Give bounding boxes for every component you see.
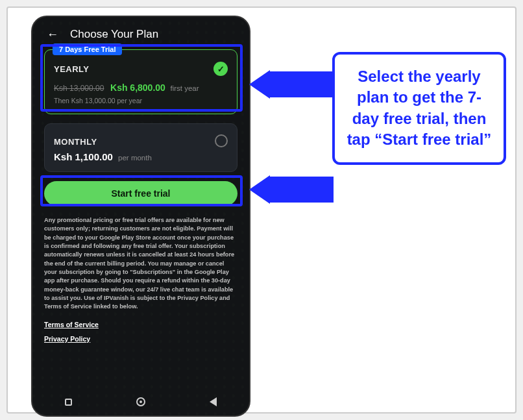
monthly-price-suffix: per month: [118, 154, 152, 162]
plan-card-monthly[interactable]: MONTHLY Ksh 1,100.00 per month: [44, 123, 237, 172]
nav-home-icon[interactable]: [136, 397, 145, 406]
phone-screen: ← Choose Your Plan 7 Days Free Trial YEA…: [32, 17, 249, 415]
yearly-price-suffix: first year: [171, 84, 199, 92]
monthly-price: Ksh 1,100.00: [54, 151, 113, 162]
plan-name-monthly: MONTHLY: [54, 137, 97, 147]
radio-unselected-icon: [215, 134, 228, 147]
start-free-trial-button[interactable]: Start free trial: [44, 181, 237, 206]
arrow-shaft: [269, 177, 334, 203]
callout-text: Select the yearly plan to get the 7-day …: [345, 66, 493, 151]
top-bar: ← Choose Your Plan: [44, 26, 237, 43]
plan-card-yearly[interactable]: 7 Days Free Trial YEARLY ✓ Ksh 13,000.00…: [44, 49, 237, 114]
screenshot-frame: ← Choose Your Plan 7 Days Free Trial YEA…: [6, 6, 517, 414]
android-nav-bar: [32, 392, 249, 412]
selected-check-icon: ✓: [213, 62, 228, 76]
yearly-price: Ksh 6,800.00: [110, 82, 165, 93]
yearly-renewal: Then Ksh 13,000.00 per year: [54, 97, 228, 105]
legal-text: Any promotional pricing or free trial of…: [44, 216, 237, 312]
nav-back-icon[interactable]: [210, 397, 217, 406]
plan-name-yearly: YEARLY: [54, 64, 90, 74]
annotation-arrow-1: [249, 70, 334, 99]
yearly-original-price: Ksh 13,000.00: [54, 84, 104, 93]
trial-badge: 7 Days Free Trial: [53, 43, 122, 55]
arrow-shaft: [269, 71, 334, 97]
annotation-arrow-2: [249, 175, 334, 204]
back-icon[interactable]: ←: [44, 26, 61, 43]
terms-of-service-link[interactable]: Terms of Service: [44, 321, 99, 328]
annotation-callout: Select the yearly plan to get the 7-day …: [332, 52, 506, 165]
arrow-head-icon: [249, 70, 270, 99]
monthly-price-line: Ksh 1,100.00 per month: [54, 151, 228, 162]
privacy-policy-link[interactable]: Privacy Policy: [44, 335, 237, 343]
page-title: Choose Your Plan: [70, 28, 158, 41]
yearly-price-line: Ksh 13,000.00 Ksh 6,800.00 first year: [54, 82, 228, 93]
nav-recent-icon[interactable]: [65, 399, 72, 406]
arrow-head-icon: [249, 175, 270, 204]
